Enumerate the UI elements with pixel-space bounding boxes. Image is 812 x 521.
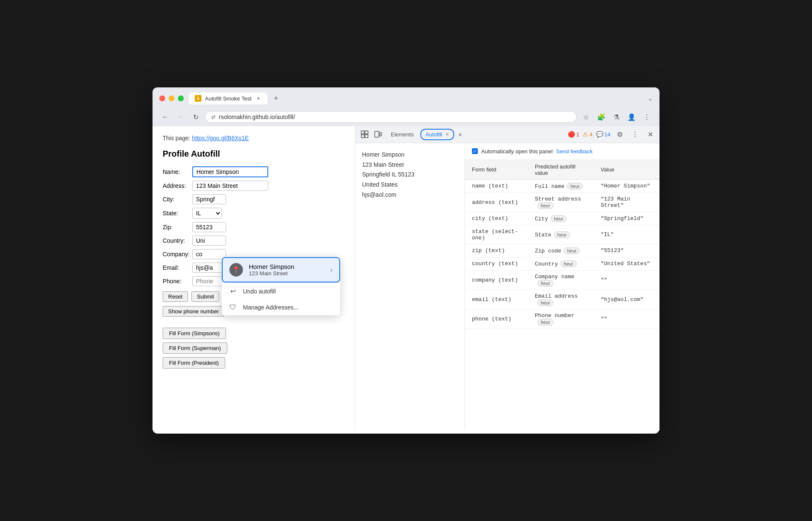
bookmark-icon[interactable]: ☆ <box>580 111 592 123</box>
heur-badge: heur <box>537 202 553 209</box>
nav-right-icons: ☆ 🧩 ⚗ 👤 ⋮ <box>580 111 653 123</box>
menu-icon[interactable]: ⋮ <box>641 111 653 123</box>
page-link-row: This page: https://goo.gl/B6Xs1E <box>163 135 345 141</box>
auto-open-checkbox[interactable]: ✓ <box>472 148 478 154</box>
inspector-icon[interactable] <box>359 128 371 140</box>
page-link[interactable]: https://goo.gl/B6Xs1E <box>192 135 249 141</box>
address-input[interactable] <box>192 181 268 191</box>
predicted-cell: Company nameheur <box>528 270 594 290</box>
fill-simpsons-button[interactable]: Fill Form (Simpsons) <box>163 328 226 339</box>
address-text: rsolomakhin.github.io/autofill/ <box>219 114 570 120</box>
show-phone-button[interactable]: Show phone number <box>163 306 224 317</box>
country-input[interactable] <box>192 236 226 246</box>
field-cell: email (text) <box>465 290 528 309</box>
manage-addresses-item[interactable]: 🛡 Manage Addresses... <box>222 299 340 315</box>
fill-superman-button[interactable]: Fill Form (Superman) <box>163 342 227 354</box>
error-icon: 🔴 <box>568 131 575 138</box>
minimize-button[interactable] <box>169 95 174 101</box>
close-button[interactable] <box>159 95 165 101</box>
tab-chevron-icon[interactable]: ⌄ <box>648 95 653 102</box>
svg-rect-5 <box>380 133 381 136</box>
elements-tab-label: Elements <box>391 131 414 138</box>
reset-button[interactable]: Reset <box>163 291 188 302</box>
autofill-actions: ↩ Undo autofill 🛡 Manage Addresses... <box>222 282 340 315</box>
lab-icon[interactable]: ⚗ <box>610 111 622 123</box>
tab-elements[interactable]: Elements <box>386 129 419 140</box>
info-count: 14 <box>605 131 610 138</box>
predicted-cell: Full nameheur <box>528 179 594 193</box>
address-bar[interactable]: ⇄ rsolomakhin.github.io/autofill/ <box>205 111 577 123</box>
value-cell: "United States" <box>594 257 659 270</box>
heur-badge: heur <box>537 280 553 287</box>
preview-line3: Springfield IL 55123 <box>362 170 458 180</box>
field-cell: company (text) <box>465 270 528 290</box>
table-row: zip (text)Zip codeheur"55123" <box>465 244 659 257</box>
field-cell: country (text) <box>465 257 528 270</box>
company-input[interactable] <box>192 249 226 259</box>
undo-autofill-item[interactable]: ↩ Undo autofill <box>222 283 340 299</box>
autofill-suggestion-item[interactable]: 📍 Homer Simpson 123 Main Street › <box>222 257 340 282</box>
forward-button[interactable]: → <box>174 111 186 123</box>
preview-line4: United States <box>362 180 458 190</box>
field-cell: address (text) <box>465 193 528 212</box>
table-row: country (text)Countryheur"United States" <box>465 257 659 270</box>
extensions-icon[interactable]: 🧩 <box>595 111 607 123</box>
profile-title: Profile Autofill <box>163 149 345 159</box>
submit-button[interactable]: Submit <box>191 291 219 302</box>
autofill-arrow-icon: › <box>330 266 332 273</box>
fill-president-button[interactable]: Fill Form (President) <box>163 357 225 369</box>
new-tab-button[interactable]: + <box>270 92 282 104</box>
error-badge[interactable]: 🔴 1 <box>568 131 579 138</box>
devtools-settings-icon[interactable]: ⚙ <box>614 128 626 140</box>
state-label: State: <box>163 210 192 217</box>
heur-badge: heur <box>561 260 577 267</box>
devtools-panel: Elements Autofill ✕ » 🔴 1 ⚠ 4 <box>355 126 659 430</box>
info-icon: 💬 <box>596 131 603 138</box>
heur-badge: heur <box>564 247 580 254</box>
table-row: phone (text)Phone numberheur"" <box>465 309 659 328</box>
col-form-field: Form field <box>465 160 528 180</box>
address-row: Address: <box>163 181 345 191</box>
send-feedback-link[interactable]: Send feedback <box>556 148 593 155</box>
company-label: Company: <box>163 251 192 258</box>
tab-title: Autofill Smoke Test <box>205 95 251 102</box>
device-icon[interactable] <box>372 128 384 140</box>
warning-badge[interactable]: ⚠ 4 <box>583 131 592 138</box>
warning-icon: ⚠ <box>583 131 588 138</box>
account-icon[interactable]: 👤 <box>626 111 638 123</box>
field-cell: city (text) <box>465 212 528 225</box>
tab-close-button[interactable]: ✕ <box>255 95 262 102</box>
country-label: Country: <box>163 237 192 244</box>
undo-icon: ↩ <box>229 287 237 295</box>
heur-badge: heur <box>537 319 553 326</box>
predicted-cell: Zip codeheur <box>528 244 594 257</box>
zip-input[interactable] <box>192 222 226 232</box>
autofill-tab-close[interactable]: ✕ <box>445 132 449 137</box>
predicted-cell: Street addressheur <box>528 193 594 212</box>
heur-badge: heur <box>550 215 567 222</box>
predicted-cell: Phone numberheur <box>528 309 594 328</box>
maximize-button[interactable] <box>178 95 184 101</box>
city-input[interactable] <box>192 194 226 204</box>
tab-autofill[interactable]: Autofill ✕ <box>420 129 454 140</box>
name-input[interactable] <box>192 166 268 177</box>
autofill-info: Homer Simpson 123 Main Street <box>249 263 324 277</box>
state-select[interactable]: IL <box>192 208 222 219</box>
devtools-more-icon[interactable]: ⋮ <box>629 128 641 140</box>
devtools-close-icon[interactable]: ✕ <box>644 128 656 140</box>
city-row: City: <box>163 194 345 204</box>
table-row: city (text)Cityheur"Springfield" <box>465 212 659 225</box>
reload-button[interactable]: ↻ <box>190 111 202 123</box>
field-cell: state (select-one) <box>465 225 528 244</box>
value-cell: "Springfield" <box>594 212 659 225</box>
table-row: company (text)Company nameheur"" <box>465 270 659 290</box>
back-button[interactable]: ← <box>159 111 171 123</box>
svg-rect-4 <box>375 131 379 137</box>
info-badge[interactable]: 💬 14 <box>596 131 610 138</box>
col-predicted: Predicted autofill value <box>528 160 594 180</box>
table-row: email (text)Email addressheur"hjs@aol.co… <box>465 290 659 309</box>
more-tabs-button[interactable]: » <box>456 129 464 139</box>
browser-tab[interactable]: A Autofill Smoke Test ✕ <box>189 92 267 104</box>
browser-window: A Autofill Smoke Test ✕ + ⌄ ← → ↻ ⇄ rsol… <box>153 87 659 434</box>
email-input[interactable] <box>192 263 226 273</box>
